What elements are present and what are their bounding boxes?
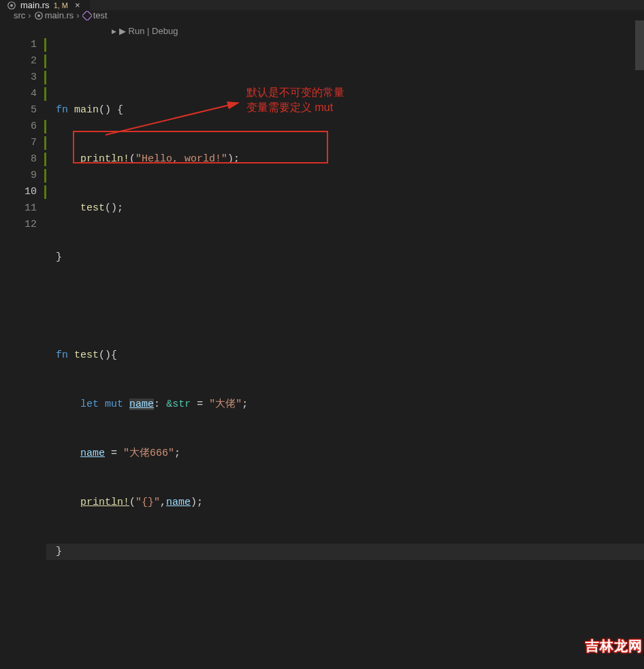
- svg-point-1: [10, 4, 13, 7]
- editor-scrollbar[interactable]: [635, 20, 644, 70]
- editor-tab-main[interactable]: main.rs 1, M ×: [0, 0, 90, 10]
- play-icon: ▶: [112, 23, 116, 40]
- line-number-gutter: 1 2 3 4 5 6 7 8 9 10 11 12: [0, 20, 46, 669]
- breadcrumb-file[interactable]: main.rs: [45, 10, 74, 20]
- breadcrumb-symbol[interactable]: test: [93, 10, 108, 20]
- rust-file-icon: [34, 11, 44, 20]
- rust-file-icon: [7, 1, 16, 10]
- symbol-function-icon: [82, 11, 92, 20]
- tab-close-icon[interactable]: ×: [72, 0, 83, 10]
- code-area[interactable]: ▶ ▶ Run | Debug fn main() { println!("He…: [46, 20, 644, 669]
- svg-point-3: [37, 14, 40, 17]
- watermark: 吉林龙网: [585, 637, 643, 655]
- svg-rect-4: [82, 11, 92, 20]
- breadcrumb[interactable]: src › main.rs › test: [0, 10, 644, 20]
- chevron-right-icon: ›: [28, 10, 31, 20]
- codelens-run-debug[interactable]: ▶ ▶ Run | Debug: [112, 23, 178, 40]
- tab-filename: main.rs: [20, 0, 50, 10]
- chevron-right-icon: ›: [76, 10, 79, 20]
- tab-bar: main.rs 1, M ×: [0, 0, 644, 10]
- breadcrumb-folder[interactable]: src: [14, 10, 25, 20]
- tab-status: 1, M: [54, 1, 68, 10]
- editor[interactable]: 1 2 3 4 5 6 7 8 9 10 11 12 ▶ ▶ Run | Deb…: [0, 20, 644, 669]
